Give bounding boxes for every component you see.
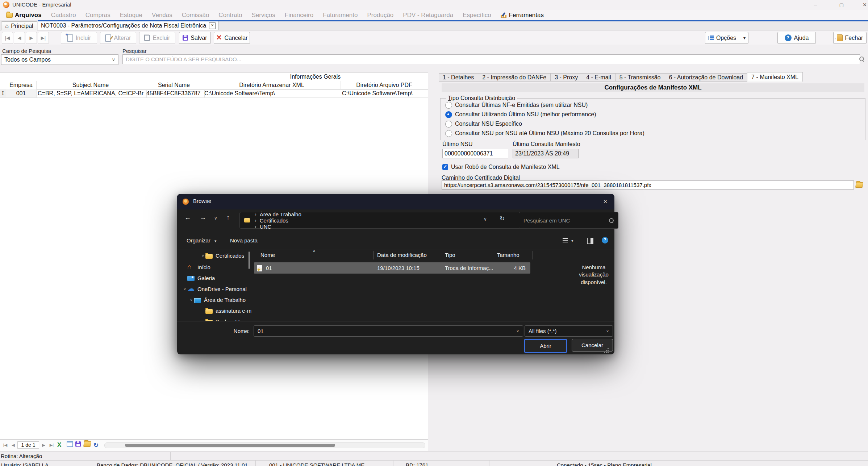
pager-next-button[interactable] (40, 441, 47, 449)
breadcrumb-item[interactable]: UNC (251, 224, 301, 230)
minimize-button[interactable] (810, 0, 821, 9)
sidebar-item[interactable]: Backup LImpo (177, 316, 275, 321)
column-tipo[interactable]: Tipo (445, 252, 455, 258)
dialog-search-input[interactable]: Pesquisar em UNC (519, 212, 618, 229)
sort-ascending-icon[interactable] (313, 250, 316, 253)
column-data-modificacao[interactable]: Data de modificação (377, 252, 427, 258)
export-excel-icon[interactable] (57, 441, 61, 449)
sidebar-item[interactable]: assinatura e-m (177, 305, 275, 316)
salvar-button[interactable]: Salvar (179, 32, 211, 44)
radio-option[interactable]: Consultar NSU por NSU até Último NSU (Má… (445, 129, 644, 137)
maximize-button[interactable] (836, 0, 847, 9)
tab-document[interactable]: NOT0003 - Parâmetros/Configurações de No… (38, 21, 219, 30)
record-next-button[interactable] (26, 32, 37, 44)
menu-item[interactable]: Comissão (177, 10, 214, 20)
view-dropdown-icon[interactable] (571, 238, 573, 243)
pager-previous-button[interactable] (9, 441, 17, 449)
radio-option[interactable]: Consultar Utilizando Último NSU (melhor … (445, 111, 596, 118)
address-dropdown-icon[interactable] (484, 217, 487, 222)
panel-tab[interactable]: 4 - E-mail (582, 73, 615, 82)
opcoes-button[interactable]: Opções (705, 32, 748, 44)
column-header-empresa[interactable]: Empresa (6, 81, 37, 89)
dialog-close-icon[interactable] (600, 197, 610, 206)
menu-item[interactable]: Estoque (115, 10, 147, 20)
sidebar-item[interactable]: Área de Trabalho (177, 294, 263, 305)
grid-layout-icon[interactable] (67, 441, 73, 449)
table-row[interactable]: I 001 C=BR, S=SP, L=AMERICANA, O=ICP-Br … (0, 89, 428, 98)
pager-first-button[interactable] (1, 441, 9, 449)
recent-chevron-icon[interactable] (214, 216, 217, 221)
menu-item[interactable]: Produção (363, 10, 398, 20)
cert-path-input[interactable] (442, 180, 854, 190)
up-arrow-icon[interactable] (226, 214, 230, 221)
robot-checkbox[interactable]: Usar Robô de Consulta de Manifesto XML (442, 164, 560, 170)
nova-pasta-button[interactable]: Nova pasta (230, 237, 258, 244)
menu-item[interactable]: Contrato (214, 10, 247, 20)
column-separator[interactable] (443, 251, 443, 259)
column-header-dir-xml[interactable]: Diretório Armazenar XML (203, 81, 341, 89)
breadcrumb-item[interactable]: Área de Trabalho (251, 211, 301, 217)
column-separator[interactable] (533, 251, 533, 259)
breadcrumb[interactable]: Área de Trabalho Certificados UNC (239, 212, 526, 229)
search-input[interactable] (122, 54, 860, 64)
chevron-down-icon[interactable] (740, 36, 746, 41)
refresh-icon[interactable] (93, 441, 99, 449)
help-icon[interactable] (602, 237, 608, 244)
menu-item[interactable]: Vendas (147, 10, 177, 20)
menu-item[interactable]: PDV - Retaguarda (398, 10, 458, 20)
scrollbar-thumb[interactable] (125, 444, 335, 447)
browse-cert-button[interactable] (854, 180, 865, 190)
fechar-button[interactable]: Fechar (833, 32, 867, 44)
menu-item[interactable]: Arquivos (1, 10, 46, 20)
abrir-button[interactable]: Abrir (524, 339, 567, 353)
record-first-button[interactable] (2, 32, 13, 44)
chevron-down-icon[interactable] (200, 253, 205, 258)
search-icon[interactable] (859, 57, 864, 61)
excluir-button[interactable]: Excluir (139, 32, 175, 44)
column-header-subject[interactable]: Subject Name (36, 81, 145, 89)
search-field-select[interactable]: Todos os Campos (1, 54, 118, 65)
panel-tab[interactable]: 2 - Impressão do DANFe (478, 73, 551, 82)
breadcrumb-item[interactable]: Certificados (251, 217, 301, 224)
radio-option[interactable]: Consultar NSU Específico (445, 120, 522, 128)
refresh-icon[interactable] (500, 215, 505, 222)
panel-tab[interactable]: 6 - Autorização de Download (665, 73, 748, 82)
column-nome[interactable]: Nome (260, 252, 275, 258)
panel-tab[interactable]: 7 - Manifesto XML (747, 72, 803, 82)
menu-item[interactable]: Compras (81, 10, 115, 20)
panel-tab[interactable]: 5 - Transmissão (615, 73, 665, 82)
record-previous-button[interactable] (14, 32, 25, 44)
menu-item[interactable]: Faturamento (318, 10, 362, 20)
organizar-button[interactable]: Organizar (187, 237, 217, 244)
panel-tab[interactable]: 1 - Detalhes (439, 73, 478, 82)
menu-item[interactable]: Específico (458, 10, 496, 20)
sidebar-item[interactable]: Galeria (177, 272, 257, 283)
open-layout-icon[interactable] (84, 441, 91, 449)
chevron-down-icon[interactable] (182, 287, 187, 291)
file-name-input[interactable]: 01 (254, 325, 523, 337)
tab-principal[interactable]: Principal (1, 21, 37, 30)
dialog-cancel-button[interactable]: Cancelar (572, 339, 613, 351)
horizontal-scrollbar[interactable] (104, 442, 425, 448)
column-tamanho[interactable]: Tamanho (497, 252, 519, 258)
column-separator[interactable] (493, 251, 493, 259)
pager-last-button[interactable] (48, 441, 55, 449)
incluir-button[interactable]: Incluir (61, 32, 97, 44)
close-tab-icon[interactable] (209, 22, 216, 29)
menu-item[interactable]: Ferramentas (496, 10, 548, 20)
nsu-input[interactable] (442, 149, 508, 158)
file-type-select[interactable]: All files (*.*) (525, 325, 613, 337)
close-button[interactable] (859, 0, 868, 9)
sidebar-scrollbar[interactable] (249, 251, 250, 269)
menu-item[interactable]: Financeiro (280, 10, 318, 20)
file-row-selected[interactable]: 01 19/10/2023 10:15 Troca de Informaç...… (254, 262, 530, 274)
menu-item[interactable]: Cadastro (46, 10, 81, 20)
alterar-button[interactable]: Alterar (100, 32, 136, 44)
record-last-button[interactable] (38, 32, 49, 44)
cancelar-button[interactable]: Cancelar (214, 32, 250, 44)
sidebar-item[interactable]: Início (177, 262, 257, 272)
back-arrow-icon[interactable] (184, 214, 191, 221)
sidebar-item[interactable]: OneDrive - Personal (177, 283, 257, 294)
forward-arrow-icon[interactable] (200, 214, 206, 221)
column-header-dir-pdf[interactable]: Diretório Arquivo PDF (341, 81, 428, 89)
